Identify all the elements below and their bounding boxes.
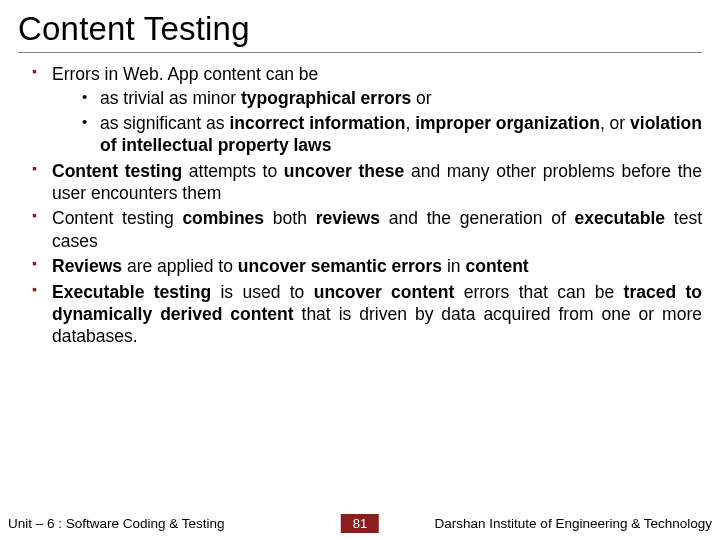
bold-text: combines (182, 208, 264, 228)
bold-text: typographical errors (241, 88, 411, 108)
text: or (411, 88, 431, 108)
footer-unit: Unit – 6 : Software Coding & Testing (0, 516, 225, 531)
text: Content testing (52, 208, 182, 228)
bullet-item: Executable testing is used to uncover co… (32, 281, 702, 348)
bullet-item: Content testing attempts to uncover thes… (32, 160, 702, 205)
footer-page-number: 81 (341, 514, 379, 533)
bold-text: Content testing (52, 161, 182, 181)
slide-footer: Unit – 6 : Software Coding & Testing 81 … (0, 516, 720, 531)
footer-institute: Darshan Institute of Engineering & Techn… (435, 516, 720, 531)
slide-title: Content Testing (18, 10, 702, 53)
text: in (442, 256, 465, 276)
text: as trivial as minor (100, 88, 241, 108)
bullet-item: Errors in Web. App content can be as tri… (32, 63, 702, 157)
bold-text: incorrect information (229, 113, 405, 133)
text: as significant as (100, 113, 229, 133)
text: are applied to (122, 256, 238, 276)
slide: Content Testing Errors in Web. App conte… (0, 0, 720, 540)
bullet-item: Reviews are applied to uncover semantic … (32, 255, 702, 277)
sub-bullet-list: as trivial as minor typographical errors… (52, 87, 702, 156)
bold-text: executable (575, 208, 665, 228)
sub-bullet-item: as significant as incorrect information,… (82, 112, 702, 157)
bold-text: uncover these (284, 161, 404, 181)
bold-text: reviews (316, 208, 380, 228)
text: is used to (211, 282, 314, 302)
text: , or (600, 113, 630, 133)
text: and the generation of (380, 208, 575, 228)
text: , (405, 113, 415, 133)
bold-text: Reviews (52, 256, 122, 276)
text: attempts to (182, 161, 284, 181)
bold-text: improper organization (415, 113, 600, 133)
bold-text: uncover semantic errors (238, 256, 442, 276)
bullet-list: Errors in Web. App content can be as tri… (18, 63, 702, 348)
sub-bullet-item: as trivial as minor typographical errors… (82, 87, 702, 109)
text: errors that can be (454, 282, 623, 302)
bold-text: content (465, 256, 528, 276)
bold-text: uncover content (314, 282, 455, 302)
text: both (264, 208, 316, 228)
bullet-item: Content testing combines both reviews an… (32, 207, 702, 252)
bold-text: Executable testing (52, 282, 211, 302)
bullet-text: Errors in Web. App content can be (52, 64, 318, 84)
slide-body: Errors in Web. App content can be as tri… (18, 63, 702, 348)
